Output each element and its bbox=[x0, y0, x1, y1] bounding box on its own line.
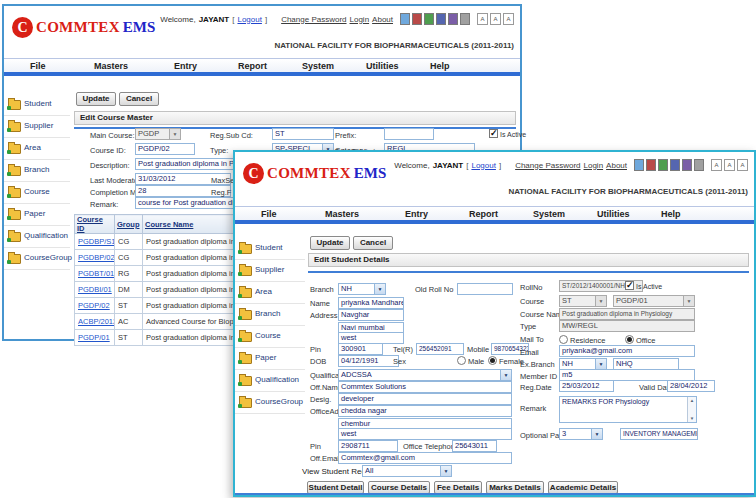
sd-pin-input[interactable]: 300901 bbox=[338, 343, 383, 355]
scrollbar-arrows-icon[interactable]: ▲▼ bbox=[687, 397, 696, 422]
sd-menu-masters[interactable]: Masters bbox=[325, 207, 405, 221]
cm-update-button[interactable]: Update bbox=[76, 92, 116, 106]
sd-theme-swatch-6[interactable] bbox=[694, 159, 704, 171]
cm-course-id-input[interactable]: PGDP/02 bbox=[135, 143, 195, 155]
cm-sidebar-item-paper[interactable]: Paper bbox=[4, 204, 70, 226]
sd-name-input[interactable]: priyanka Mandhare bbox=[338, 297, 404, 309]
sd-sidebar-item-course[interactable]: Course bbox=[235, 326, 305, 348]
sd-optional-paper-select[interactable]: 3▼ bbox=[559, 428, 603, 440]
cm-reg-sub-cd-input[interactable]: ST bbox=[272, 128, 334, 140]
cm-sidebar-item-area[interactable]: Area bbox=[4, 138, 70, 160]
sd-office-pin-input[interactable]: 2908711 bbox=[338, 440, 398, 452]
sd-branch-select[interactable]: NH▼ bbox=[338, 283, 386, 295]
sd-theme-swatch-3[interactable] bbox=[658, 159, 668, 171]
sd-optional-paper-name-input[interactable]: INVENTORY MANAGEMENT bbox=[620, 428, 698, 440]
cm-sidebar-item-qualification[interactable]: Qualification bbox=[4, 226, 70, 248]
cm-cancel-button[interactable]: Cancel bbox=[119, 92, 159, 106]
sd-sidebar-item-area[interactable]: Area bbox=[235, 282, 305, 304]
cm-about-link[interactable]: About bbox=[372, 15, 393, 24]
sd-sidebar-item-supplier[interactable]: Supplier bbox=[235, 260, 305, 282]
sd-off-name-input[interactable]: Commtex Solutions bbox=[338, 381, 512, 393]
sd-sidebar-item-paper[interactable]: Paper bbox=[235, 348, 305, 370]
cm-menu-report[interactable]: Report bbox=[238, 59, 302, 73]
sd-theme-swatch-4[interactable] bbox=[670, 159, 680, 171]
cm-description-input[interactable]: Post graduation diploma in Physiology sp… bbox=[135, 158, 235, 170]
sd-dob-input[interactable]: 04/12/1991 bbox=[338, 355, 399, 367]
cm-sidebar-item-branch[interactable]: Branch bbox=[4, 160, 70, 182]
sd-sex-male-radio[interactable] bbox=[457, 356, 466, 365]
sd-change-password-link[interactable]: Change Password bbox=[515, 161, 580, 170]
cm-sidebar-item-supplier[interactable]: Supplier bbox=[4, 116, 70, 138]
sd-menu-entry[interactable]: Entry bbox=[405, 207, 469, 221]
sd-sidebar-item-student[interactable]: Student bbox=[235, 238, 305, 260]
cm-theme-swatch-5[interactable] bbox=[448, 13, 458, 25]
cm-menu-system[interactable]: System bbox=[302, 59, 366, 73]
sd-office-address3-input[interactable]: west bbox=[338, 428, 512, 440]
course-id-link[interactable]: PGDBT/01 bbox=[75, 266, 115, 282]
sd-menu-system[interactable]: System bbox=[533, 207, 597, 221]
sd-mail-office-radio[interactable] bbox=[625, 335, 634, 344]
cm-menu-help[interactable]: Help bbox=[430, 59, 494, 73]
sd-font-size-large-button[interactable]: A bbox=[737, 159, 748, 171]
sd-login-link[interactable]: Login bbox=[584, 161, 604, 170]
sd-desig-input[interactable]: developer bbox=[338, 393, 512, 405]
sd-menu-utilities[interactable]: Utilities bbox=[597, 207, 661, 221]
sd-old-roll-no-input[interactable] bbox=[457, 283, 513, 295]
cm-sidebar-item-course[interactable]: Course bbox=[4, 182, 70, 204]
cm-sidebar-item-coursegroup[interactable]: CourseGroup bbox=[4, 248, 70, 270]
sd-valid-date-input[interactable]: 28/04/2012 bbox=[667, 380, 715, 392]
cm-change-password-link[interactable]: Change Password bbox=[281, 15, 346, 24]
sd-menu-report[interactable]: Report bbox=[469, 207, 533, 221]
sd-logout-link[interactable]: Logout bbox=[471, 161, 495, 170]
cm-sidebar-item-student[interactable]: Student bbox=[4, 94, 70, 116]
sd-update-button[interactable]: Update bbox=[310, 236, 350, 250]
course-id-link[interactable]: PGDP/01 bbox=[75, 330, 115, 346]
course-id-link[interactable]: PGDP/02 bbox=[75, 298, 115, 314]
cm-prefix-input[interactable] bbox=[384, 128, 434, 140]
cm-theme-swatch-3[interactable] bbox=[424, 13, 434, 25]
sd-cancel-button[interactable]: Cancel bbox=[353, 236, 393, 250]
sd-office-tel-input[interactable]: 25643011 bbox=[452, 440, 497, 452]
cm-font-size-small-button[interactable]: A bbox=[477, 13, 488, 25]
cm-login-link[interactable]: Login bbox=[350, 15, 370, 24]
sd-menu-help[interactable]: Help bbox=[661, 207, 725, 221]
cm-is-active-checkbox[interactable] bbox=[489, 129, 498, 138]
cm-menu-utilities[interactable]: Utilities bbox=[366, 59, 430, 73]
sd-address1-input[interactable]: Navghar bbox=[338, 309, 404, 321]
sd-font-size-small-button[interactable]: A bbox=[711, 159, 722, 171]
course-id-link[interactable]: PGDBP/02 bbox=[75, 250, 115, 266]
sd-is-active-checkbox[interactable] bbox=[625, 281, 634, 290]
sd-theme-swatch-2[interactable] bbox=[646, 159, 656, 171]
sd-mail-residence-radio[interactable] bbox=[559, 335, 568, 344]
cm-menu-masters[interactable]: Masters bbox=[94, 59, 174, 73]
sd-sidebar-item-branch[interactable]: Branch bbox=[235, 304, 305, 326]
sd-reg-date-input[interactable]: 25/03/2012 bbox=[559, 380, 614, 392]
cm-menu-file[interactable]: File bbox=[30, 59, 94, 73]
cm-theme-swatch-4[interactable] bbox=[436, 13, 446, 25]
sd-sidebar-item-qualification[interactable]: Qualification bbox=[235, 370, 305, 392]
sd-view-record-select[interactable]: All▼ bbox=[362, 465, 452, 477]
sd-menu-file[interactable]: File bbox=[261, 207, 325, 221]
sd-sidebar-item-coursegroup[interactable]: CourseGroup bbox=[235, 392, 305, 414]
sd-font-size-medium-button[interactable]: A bbox=[724, 159, 735, 171]
sd-qualification-select[interactable]: ADCSSA▼ bbox=[338, 369, 512, 381]
sd-tel-r-input[interactable]: 256452091 bbox=[416, 343, 464, 355]
course-id-link[interactable]: PGDBI/01 bbox=[75, 282, 115, 298]
cm-col-group[interactable]: Group bbox=[115, 215, 143, 234]
cm-col-course-id[interactable]: Course ID bbox=[75, 215, 115, 234]
cm-font-size-large-button[interactable]: A bbox=[503, 13, 514, 25]
sd-remark-textarea[interactable]: REMARKS FOR Physiology▲▼ bbox=[559, 396, 697, 423]
sd-office-address1-input[interactable]: chedda nagar bbox=[338, 405, 512, 417]
cm-theme-swatch-6[interactable] bbox=[460, 13, 470, 25]
cm-theme-swatch-2[interactable] bbox=[412, 13, 422, 25]
cm-menu-entry[interactable]: Entry bbox=[174, 59, 238, 73]
sd-sex-female-radio[interactable] bbox=[488, 356, 497, 365]
cm-font-size-medium-button[interactable]: A bbox=[490, 13, 501, 25]
course-id-link[interactable]: ACBP/2012 bbox=[75, 314, 115, 330]
cm-theme-swatch-1[interactable] bbox=[400, 13, 410, 25]
sd-off-email-input[interactable]: Commtex@gmail.com bbox=[338, 452, 512, 464]
sd-theme-swatch-5[interactable] bbox=[682, 159, 692, 171]
cm-main-course-select[interactable]: PGDP▼ bbox=[135, 128, 181, 140]
sd-about-link[interactable]: About bbox=[606, 161, 627, 170]
sd-email-input[interactable]: priyanka@gmail.com bbox=[559, 345, 695, 357]
